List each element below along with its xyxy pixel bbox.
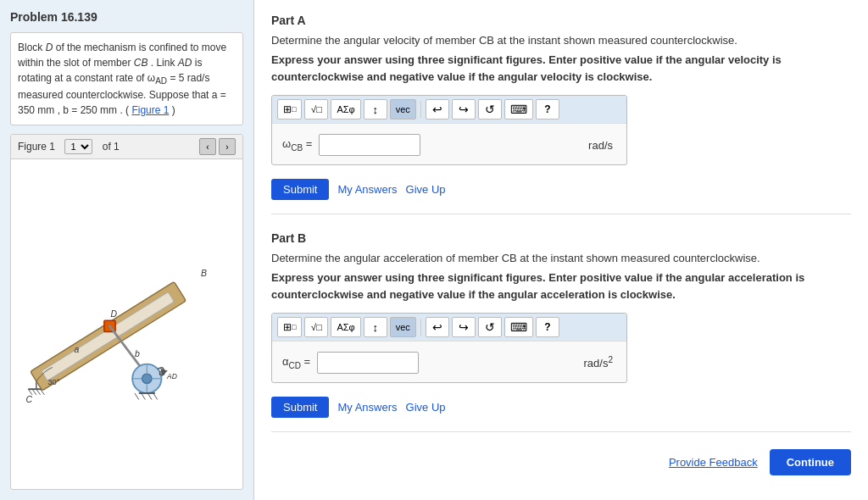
- svg-text:a: a: [75, 345, 80, 354]
- part-b-give-up-link[interactable]: Give Up: [406, 401, 446, 414]
- mechanism-diagram: C B D: [18, 240, 236, 409]
- part-b-title: Part B: [271, 231, 851, 245]
- figure-header: Figure 1 1 of 1 ‹ ›: [11, 135, 242, 159]
- refresh-button[interactable]: ↺: [478, 99, 502, 119]
- redo-button-b[interactable]: ↪: [452, 317, 476, 337]
- vec-button-b[interactable]: vec: [390, 317, 416, 337]
- matrix-button[interactable]: ⊞□: [277, 99, 302, 119]
- undo-button-b[interactable]: ↩: [426, 317, 449, 337]
- svg-text:D: D: [110, 309, 117, 319]
- keyboard-button-b[interactable]: ⌨: [504, 317, 533, 337]
- part-a-submit-button[interactable]: Submit: [271, 179, 329, 200]
- problem-description: Block D of the mechanism is confined to …: [10, 32, 243, 125]
- figure-prev-button[interactable]: ‹: [199, 138, 216, 155]
- footer-row: Provide Feedback Continue: [271, 449, 851, 475]
- part-a-answer-label: ωCB =: [282, 137, 312, 153]
- left-panel: Problem 16.139 Block D of the mechanism …: [0, 0, 254, 500]
- figure-container: Figure 1 1 of 1 ‹ ›: [10, 134, 243, 490]
- svg-text:AD: AD: [166, 371, 177, 380]
- figure-select[interactable]: 1: [64, 139, 92, 154]
- part-b-input-box: ⊞□ √□ ΑΣφ ↕ vec ↩ ↪ ↺ ⌨ ? αCD = rad/s2: [271, 313, 627, 383]
- part-b-submit-button[interactable]: Submit: [271, 397, 329, 418]
- part-a-answer-unit: rad/s: [588, 139, 616, 152]
- arrows-button-b[interactable]: ↕: [364, 317, 387, 337]
- figure-link[interactable]: Figure 1: [131, 104, 169, 116]
- part-b-description: Determine the angular acceleration of me…: [271, 252, 851, 264]
- sqrt-button-b[interactable]: √□: [304, 317, 328, 337]
- part-b-answer-input[interactable]: [317, 352, 419, 374]
- redo-button[interactable]: ↪: [452, 99, 476, 119]
- arrows-button[interactable]: ↕: [364, 99, 387, 119]
- refresh-button-b[interactable]: ↺: [478, 317, 502, 337]
- figure-of: of 1: [103, 141, 120, 153]
- part-a-input-box: ⊞□ √□ ΑΣφ ↕ vec ↩ ↪ ↺ ⌨ ? ωCB = rad/s: [271, 95, 627, 165]
- sqrt-button[interactable]: √□: [304, 99, 328, 119]
- svg-text:30°: 30°: [47, 377, 60, 386]
- svg-text:b: b: [135, 349, 140, 358]
- part-a-give-up-link[interactable]: Give Up: [406, 183, 446, 196]
- divider2: [420, 319, 421, 336]
- help-button-b[interactable]: ?: [536, 317, 559, 337]
- svg-text:ω: ω: [159, 368, 166, 377]
- part-b-instruction: Express your answer using three signific…: [271, 269, 851, 303]
- continue-button[interactable]: Continue: [770, 449, 851, 475]
- matrix-button-b[interactable]: ⊞□: [277, 317, 302, 337]
- svg-text:C: C: [25, 395, 32, 404]
- figure-next-button[interactable]: ›: [219, 138, 236, 155]
- svg-text:B: B: [201, 269, 207, 278]
- problem-title: Problem 16.139: [10, 10, 243, 24]
- part-a-title: Part A: [271, 14, 851, 27]
- figure-label: Figure 1: [18, 141, 55, 153]
- part-a-my-answers-link[interactable]: My Answers: [337, 183, 397, 196]
- part-a-answer-row: ωCB = rad/s: [277, 131, 621, 159]
- undo-button[interactable]: ↩: [426, 99, 449, 119]
- part-a-toolbar: ⊞□ √□ ΑΣφ ↕ vec ↩ ↪ ↺ ⌨ ?: [272, 96, 626, 124]
- part-a-answer-input[interactable]: [319, 134, 420, 156]
- vec-button[interactable]: vec: [390, 99, 416, 119]
- keyboard-button[interactable]: ⌨: [504, 99, 533, 119]
- provide-feedback-link[interactable]: Provide Feedback: [669, 456, 758, 469]
- part-b-toolbar: ⊞□ √□ ΑΣφ ↕ vec ↩ ↪ ↺ ⌨ ?: [272, 314, 626, 342]
- right-panel: Part A Determine the angular velocity of…: [254, 0, 868, 500]
- divider1: [420, 101, 421, 118]
- part-b-my-answers-link[interactable]: My Answers: [337, 401, 397, 414]
- part-b-section: Part B Determine the angular acceleratio…: [271, 231, 851, 432]
- part-a-instruction: Express your answer using three signific…: [271, 52, 851, 85]
- part-a-action-row: Submit My Answers Give Up: [271, 179, 851, 200]
- part-b-answer-label: αCD =: [282, 355, 310, 370]
- part-b-answer-row: αCD = rad/s2: [277, 348, 621, 377]
- part-b-answer-unit: rad/s2: [584, 355, 616, 369]
- part-b-action-row: Submit My Answers Give Up: [271, 397, 851, 418]
- sigma-button-b[interactable]: ΑΣφ: [331, 317, 360, 337]
- figure-body: C B D: [11, 159, 242, 489]
- help-button-a[interactable]: ?: [536, 99, 559, 119]
- sigma-button[interactable]: ΑΣφ: [331, 99, 360, 119]
- part-a-description: Determine the angular velocity of member…: [271, 34, 851, 47]
- part-a-section: Part A Determine the angular velocity of…: [271, 14, 851, 214]
